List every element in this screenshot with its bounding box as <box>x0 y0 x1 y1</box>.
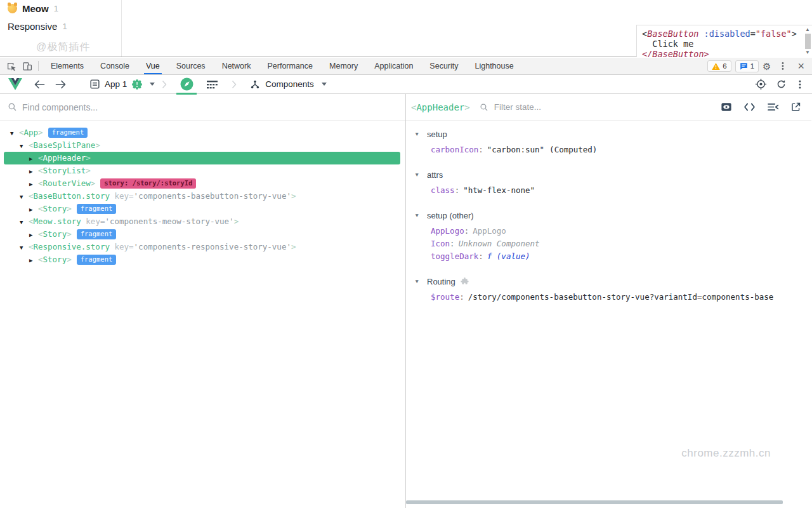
expand-caret-icon: ▶ <box>29 165 38 178</box>
expand-caret-icon: ▶ <box>29 229 38 241</box>
more-options-icon[interactable] <box>796 75 804 94</box>
tree-row-routerview[interactable]: ▶<RouterView>story: /story/:storyId <box>0 177 405 190</box>
tab-performance[interactable]: Performance <box>259 58 321 74</box>
inspector-selector[interactable]: Components <box>250 75 327 94</box>
section-title: attrs <box>427 170 443 180</box>
source-code-panel[interactable]: <BaseButton :disabled="false"> Click me … <box>636 25 812 57</box>
production-seal-icon <box>131 79 143 90</box>
story-sidebar: Meow 1 Responsive 1 @极简插件 <box>0 0 122 57</box>
more-options-icon[interactable] <box>775 58 791 74</box>
inspect-dom-icon[interactable] <box>743 102 756 112</box>
section-title: Routing <box>427 277 455 286</box>
close-devtools-icon[interactable]: × <box>795 60 807 72</box>
tabbar-controls: 6 1 ⚙ × <box>707 58 812 74</box>
state-sections: ▼ setup carbonIcon:"carbon:sun"(Computed… <box>406 121 811 308</box>
scroll-down-icon[interactable]: ▼ <box>804 50 811 55</box>
section-header[interactable]: ▼ Routing <box>414 274 811 288</box>
tab-elements[interactable]: Elements <box>43 58 92 74</box>
app-selector[interactable]: App 1 <box>89 75 155 94</box>
tree-row-meow-story[interactable]: ▼<Meow.story key='components-meow-story-… <box>0 215 405 228</box>
tree-row-story[interactable]: ▶<Story>fragment <box>0 253 405 266</box>
chevron-down-icon <box>150 83 155 86</box>
devtools-tabbar: Elements Console Vue Sources Network Per… <box>0 58 812 75</box>
history-back-icon[interactable] <box>29 75 50 94</box>
plugin-puzzle-icon <box>461 277 469 286</box>
section-header[interactable]: ▼ setup (other) <box>414 208 811 222</box>
expand-caret-icon: ▶ <box>29 152 38 165</box>
warnings-badge[interactable]: 6 <box>707 60 731 72</box>
breadcrumb-separator-icon <box>231 75 237 94</box>
state-header-icons <box>721 102 805 112</box>
state-row-class[interactable]: class:"htw-flex-none" <box>431 184 811 197</box>
scroll-up-icon[interactable]: ▲ <box>804 27 811 32</box>
tab-lighthouse[interactable]: Lighthouse <box>467 58 522 74</box>
state-row-icon[interactable]: Icon:Unknown Component <box>431 237 811 250</box>
component-tree: ▼<App>fragment ▼<BaseSplitPane> ▶<AppHea… <box>0 121 405 266</box>
tab-memory[interactable]: Memory <box>321 58 366 74</box>
tab-console[interactable]: Console <box>92 58 138 74</box>
state-row-applogo[interactable]: AppLogo:AppLogo <box>431 225 811 237</box>
story-count: 1 <box>62 22 67 31</box>
settings-gear-icon[interactable]: ⚙ <box>763 62 771 71</box>
tab-vue[interactable]: Vue <box>138 58 168 74</box>
scroll-to-component-icon[interactable] <box>721 102 732 112</box>
tab-network[interactable]: Network <box>214 58 259 74</box>
select-component-icon[interactable] <box>755 75 767 94</box>
sidebar-item-responsive[interactable]: Responsive 1 <box>0 18 121 33</box>
tab-security[interactable]: Security <box>421 58 466 74</box>
breadcrumb-separator-icon <box>161 75 167 94</box>
tree-row-basesplitpane[interactable]: ▼<BaseSplitPane> <box>0 139 405 152</box>
component-tree-panel: ▼<App>fragment ▼<BaseSplitPane> ▶<AppHea… <box>0 94 406 508</box>
tree-row-app[interactable]: ▼<App>fragment <box>0 126 405 139</box>
hierarchy-icon <box>250 79 260 90</box>
search-icon <box>8 102 17 112</box>
inspector-label: Components <box>265 79 314 89</box>
app-label: App 1 <box>105 79 127 89</box>
tree-row-responsive-story[interactable]: ▼<Responsive.story key='components-respo… <box>0 241 405 253</box>
vue-panel-body: ▼<App>fragment ▼<BaseSplitPane> ▶<AppHea… <box>0 94 812 508</box>
timeline-inspector-tab[interactable] <box>199 75 225 94</box>
components-inspector-tab[interactable] <box>174 75 199 94</box>
collapse-caret-icon: ▼ <box>414 131 422 137</box>
tree-row-appheader-selected[interactable]: ▶<AppHeader> <box>0 152 405 164</box>
section-routing: ▼ Routing ▶$route:/story/components-base… <box>414 274 811 308</box>
tree-row-basebutton-story[interactable]: ▼<BaseButton.story key='components-baseb… <box>0 190 405 203</box>
find-components-input[interactable] <box>22 102 398 112</box>
warning-count: 6 <box>723 62 726 70</box>
search-icon <box>480 103 488 112</box>
section-header[interactable]: ▼ attrs <box>414 168 811 182</box>
message-icon <box>740 62 748 70</box>
story-count: 1 <box>54 4 58 13</box>
section-header[interactable]: ▼ setup <box>414 127 811 141</box>
sidebar-item-meow[interactable]: Meow 1 <box>0 0 121 15</box>
inspect-element-icon[interactable] <box>3 58 19 74</box>
horizontal-scrollbar[interactable] <box>406 500 783 504</box>
scrollbar-thumb[interactable] <box>805 34 811 49</box>
expand-caret-icon: ▼ <box>10 127 19 140</box>
tree-row-story[interactable]: ▶<Story>fragment <box>0 228 405 241</box>
selected-component-tag: <AppHeader> <box>411 102 470 112</box>
issues-badge[interactable]: 1 <box>735 60 759 72</box>
route-badge: story: /story/:storyId <box>100 178 196 189</box>
cat-face-icon <box>8 4 17 13</box>
open-in-new-window-icon[interactable] <box>790 102 801 112</box>
app-icon <box>89 79 100 90</box>
history-forward-icon[interactable] <box>50 75 72 94</box>
screen: Meow 1 Responsive 1 @极简插件 <BaseButton :d… <box>0 0 812 508</box>
filter-state-input[interactable] <box>494 102 715 112</box>
code-scrollbar[interactable]: ▲ ▼ <box>804 27 811 56</box>
device-toolbar-icon[interactable] <box>19 58 36 74</box>
devtools-tabs: Elements Console Vue Sources Network Per… <box>43 58 522 74</box>
state-row-carbonicon[interactable]: carbonIcon:"carbon:sun"(Computed) <box>431 144 811 156</box>
state-row-toggledark[interactable]: toggleDark:f (value) <box>431 250 811 263</box>
tree-row-storylist[interactable]: ▶<StoryList> <box>0 164 405 177</box>
collapse-panel-icon[interactable] <box>767 102 779 112</box>
tab-application[interactable]: Application <box>366 58 421 74</box>
refresh-icon[interactable] <box>776 75 787 94</box>
section-title: setup <box>427 130 447 139</box>
webpage-area: Meow 1 Responsive 1 @极简插件 <BaseButton :d… <box>0 0 812 57</box>
section-title: setup (other) <box>427 211 474 220</box>
tree-row-story[interactable]: ▶<Story>fragment <box>0 203 405 215</box>
tab-sources[interactable]: Sources <box>168 58 214 74</box>
state-row-route[interactable]: ▶$route:/story/components-basebutton-sto… <box>431 291 811 304</box>
